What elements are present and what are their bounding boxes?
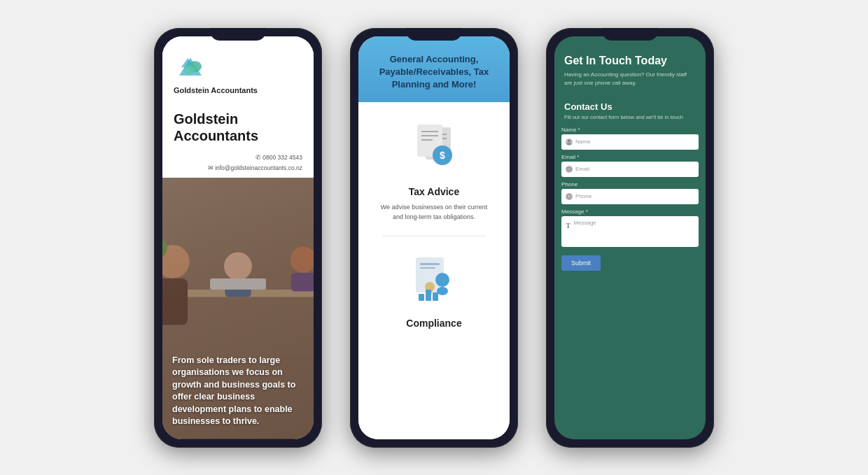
svg-text:$: $ bbox=[440, 150, 445, 161]
email-address: ✉ info@goldsteinaccountants.co.nz bbox=[174, 163, 302, 173]
submit-button[interactable]: Submit bbox=[561, 255, 601, 271]
phone-1-hero-image: From sole traders to large organisations… bbox=[162, 178, 314, 439]
message-form-group: Message * T Message bbox=[561, 208, 699, 247]
phone-label: Phone bbox=[561, 181, 699, 187]
svg-rect-12 bbox=[210, 278, 266, 290]
phone-1-contact: ✆ 0800 332 4543 ✉ info@goldsteinaccounta… bbox=[162, 148, 314, 178]
svg-rect-34 bbox=[433, 292, 438, 301]
contact-page-title: Get In Touch Today bbox=[564, 55, 696, 67]
tax-advice-icon: $ bbox=[406, 119, 462, 178]
email-placeholder: Email bbox=[575, 166, 589, 172]
svg-rect-27 bbox=[420, 267, 435, 269]
email-input[interactable]: Email bbox=[561, 162, 699, 177]
service-1-desc: We advise businesses on their current an… bbox=[378, 203, 490, 222]
name-input[interactable]: Name bbox=[561, 134, 699, 150]
logo-text: Goldstein Accountants bbox=[174, 85, 258, 95]
phone-3-screen: Get In Touch Today Having an Accounting … bbox=[554, 36, 706, 439]
svg-rect-11 bbox=[291, 273, 314, 292]
phone-3: Get In Touch Today Having an Accounting … bbox=[546, 28, 714, 448]
phone-2-content: General Accounting, Payable/Receivables,… bbox=[358, 36, 510, 439]
service-2-title: Compliance bbox=[406, 318, 461, 329]
svg-rect-33 bbox=[426, 290, 431, 301]
email-label: Email * bbox=[561, 154, 699, 160]
message-label: Message * bbox=[561, 208, 699, 215]
email-icon bbox=[566, 166, 573, 173]
person-icon bbox=[566, 139, 573, 146]
svg-rect-32 bbox=[419, 294, 424, 301]
phone-1-title: Goldstein Accountants bbox=[162, 104, 314, 148]
svg-point-35 bbox=[568, 139, 570, 142]
phone-3-content: Get In Touch Today Having an Accounting … bbox=[554, 36, 706, 439]
svg-point-36 bbox=[567, 143, 571, 145]
phone-2: General Accounting, Payable/Receivables,… bbox=[350, 28, 518, 448]
compliance-icon bbox=[406, 250, 462, 309]
phone-3-header: Get In Touch Today Having an Accounting … bbox=[554, 36, 706, 94]
contact-section-title: Contact Us bbox=[564, 101, 696, 112]
phone-icon bbox=[566, 193, 573, 200]
phone-1: Goldstein Accountants Goldstein Accounta… bbox=[154, 28, 322, 448]
svg-rect-7 bbox=[162, 278, 188, 325]
svg-point-30 bbox=[435, 273, 449, 287]
phone-form-group: Phone Phone bbox=[561, 181, 699, 204]
svg-point-31 bbox=[437, 287, 448, 295]
phone-2-header-text: General Accounting, Payable/Receivables,… bbox=[370, 53, 498, 92]
phone-1-notch bbox=[210, 28, 266, 41]
contact-page-subtitle: Having an Accounting question? Our frien… bbox=[564, 71, 696, 87]
phone-placeholder: Phone bbox=[575, 193, 592, 199]
phone-1-content: Goldstein Accountants Goldstein Accounta… bbox=[162, 36, 314, 439]
service-1-title: Tax Advice bbox=[409, 186, 459, 197]
text-icon: T bbox=[566, 221, 570, 229]
name-form-group: Name * Name bbox=[561, 127, 699, 150]
phone-1-header: Goldstein Accountants bbox=[162, 36, 314, 104]
svg-point-8 bbox=[224, 253, 252, 281]
phone-2-screen: General Accounting, Payable/Receivables,… bbox=[358, 36, 510, 439]
phone-1-tagline: From sole traders to large organisations… bbox=[162, 346, 314, 439]
goldstein-logo-icon bbox=[174, 53, 207, 81]
phone-3-notch bbox=[602, 28, 658, 41]
phone-2-notch bbox=[406, 28, 462, 41]
tax-icon-svg: $ bbox=[406, 119, 462, 175]
phone-2-body: $ Tax Advice We advise businesses on the… bbox=[358, 102, 510, 439]
phone-input[interactable]: Phone bbox=[561, 189, 699, 204]
email-form-group: Email * Email bbox=[561, 154, 699, 177]
svg-point-39 bbox=[568, 198, 569, 199]
phone-number: ✆ 0800 332 4543 bbox=[174, 153, 302, 163]
contact-section-desc: Fill out our contact form below and we'l… bbox=[564, 113, 696, 121]
phone-2-header: General Accounting, Payable/Receivables,… bbox=[358, 36, 510, 103]
message-textarea[interactable]: T Message bbox=[561, 216, 699, 247]
name-placeholder: Name bbox=[575, 139, 590, 145]
svg-point-3 bbox=[183, 65, 195, 74]
name-label: Name * bbox=[561, 127, 699, 133]
message-placeholder: Message bbox=[573, 220, 596, 226]
compliance-icon-svg bbox=[406, 250, 462, 306]
phone-1-screen: Goldstein Accountants Goldstein Accounta… bbox=[162, 36, 314, 439]
service-divider bbox=[382, 236, 485, 236]
svg-rect-26 bbox=[420, 263, 440, 265]
